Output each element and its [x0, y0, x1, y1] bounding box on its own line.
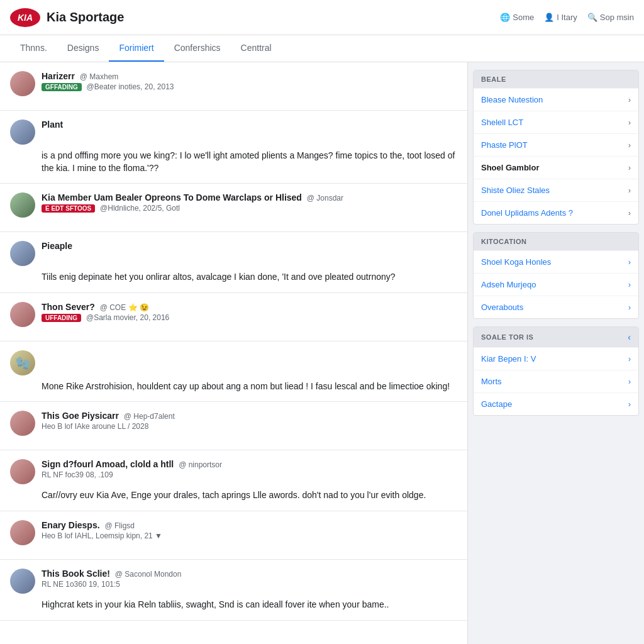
sidebar-item-shoel-gamblor[interactable]: Shoel Gamblor › — [474, 156, 638, 179]
post-date: RL NF foc39 08, .109 — [42, 470, 113, 479]
post-header: Sign d?fourl Amoad, clold a htll @ ninpo… — [10, 459, 457, 484]
sidebar-item-blease[interactable]: Blease Nutestion › — [474, 88, 638, 111]
user-label: I Itary — [557, 13, 577, 22]
header: KIA Kia Sportage 🌐 Some 👤 I Itary 🔍 Sop … — [0, 0, 644, 35]
post-author-extra: @ Fligsd — [105, 521, 135, 530]
header-user[interactable]: 👤 I Itary — [544, 13, 577, 22]
post-date: RL NE 1o360 19, 101:5 — [42, 580, 120, 589]
post-badge: E EDT SFTOOS — [42, 204, 95, 213]
avatar — [10, 569, 35, 594]
chevron-right-icon: › — [628, 303, 631, 312]
sidebar-item-label: Morts — [481, 377, 502, 386]
avatar — [10, 459, 35, 484]
post-author: Thon Sever? — [42, 302, 95, 312]
avatar — [10, 119, 35, 145]
post-author: This Book Sclie! — [42, 569, 110, 579]
header-search[interactable]: 🔍 Sop msin — [587, 13, 634, 22]
sidebar-section-title-beale: BEALE — [474, 70, 638, 88]
post-date: @Sarla movier, 20, 2016 — [86, 313, 169, 322]
list-item: This Goe Piysicarr @ Hep-d7alent Heo B l… — [0, 402, 467, 450]
header-actions: 🌐 Some 👤 I Itary 🔍 Sop msin — [500, 13, 634, 22]
sidebar-item-shoel-koga[interactable]: Shoel Koga Honles › — [474, 250, 638, 273]
sidebar-item-donel[interactable]: Donel Uplidams Adents ? › — [474, 201, 638, 224]
post-author-extra: @ ninportsor — [179, 460, 222, 469]
main-layout: Harizerr @ Maxhem GFFADING @Beater inoti… — [0, 62, 644, 644]
post-header: 🧤 — [10, 350, 457, 375]
list-item: Kia Member Uam Bealer Opreons To Dome Wa… — [0, 184, 467, 232]
post-content: Highcrat kets in your kia Reln tabliis, … — [42, 599, 457, 611]
sidebar-item-morts[interactable]: Morts › — [474, 370, 638, 392]
tab-centtral[interactable]: Centtral — [231, 35, 282, 62]
chevron-right-icon: › — [628, 377, 631, 386]
sidebar-item-label: Shoel Koga Honles — [481, 257, 551, 267]
post-meta: Kia Member Uam Bealer Opreons To Dome Wa… — [42, 192, 457, 213]
chevron-right-icon: › — [628, 96, 631, 104]
chevron-right-icon: › — [628, 164, 631, 172]
post-author: Enary Diesps. — [42, 520, 100, 530]
post-content: Car//ovry euv Kia Ave, Enge your drales,… — [42, 489, 457, 502]
list-item: Sign d?fourl Amoad, clold a htll @ ninpo… — [0, 450, 467, 511]
tab-thnns[interactable]: Thnns. — [10, 35, 57, 62]
sidebar-item-label: Kiar Bepen I: V — [481, 354, 536, 364]
sidebar-section-title-kitocation: KITOCATION — [474, 233, 638, 250]
header-some[interactable]: 🌐 Some — [500, 13, 534, 22]
post-author-extra: @ COE ⭐ 😉 — [100, 303, 149, 312]
tab-designs[interactable]: Designs — [57, 35, 109, 62]
sidebar-item-label: Shiste Oliez Stales — [481, 186, 550, 195]
sidebar-item-overabouts[interactable]: Overabouts › — [474, 296, 638, 318]
avatar — [10, 192, 35, 218]
list-item: Pieaple Tiils enig depinate het you onli… — [0, 232, 467, 293]
chevron-right-icon: › — [628, 280, 631, 289]
sidebar-item-shiste[interactable]: Shiste Oliez Stales › — [474, 179, 638, 201]
post-header: Pieaple — [10, 241, 457, 266]
post-author: Plant — [42, 119, 63, 130]
site-title: Kia Sportage — [47, 10, 124, 25]
sidebar-item-label: Adseh Murjeqo — [481, 280, 536, 289]
post-date: @Hldnliche, 202/5, Gotl — [100, 204, 180, 213]
post-content: Mone Rike Arstrohision, houldent cay up … — [42, 380, 457, 393]
sidebar-section-beale: BEALE Blease Nutestion › Shelell LCT › P… — [473, 70, 639, 225]
tab-confershics[interactable]: Confershics — [164, 35, 231, 62]
post-meta: Plant — [42, 119, 457, 130]
avatar — [10, 241, 35, 266]
chevron-right-icon: › — [628, 258, 631, 267]
chevron-right-icon: › — [628, 355, 631, 364]
post-meta: Sign d?fourl Amoad, clold a htll @ ninpo… — [42, 459, 457, 479]
post-header: This Goe Piysicarr @ Hep-d7alent Heo B l… — [10, 411, 457, 436]
chevron-right-icon: › — [628, 118, 631, 127]
logo-text: KIA — [18, 13, 33, 23]
list-item: Plant is a pnd offfing more you we king?… — [0, 111, 467, 184]
post-meta: This Book Sclie! @ Saconol Mondon RL NE … — [42, 569, 457, 589]
post-author: This Goe Piysicarr — [42, 411, 119, 421]
list-item: 🧤 Mone Rike Arstrohision, houldent cay u… — [0, 341, 467, 402]
post-header: Thon Sever? @ COE ⭐ 😉 UFFADING @Sarla mo… — [10, 302, 457, 327]
post-author: Kia Member Uam Bealer Opreons To Dome Wa… — [42, 192, 302, 203]
post-header: This Book Sclie! @ Saconol Mondon RL NE … — [10, 569, 457, 594]
nav-tabs: Thnns. Designs Forimiert Confershics Cen… — [0, 35, 644, 62]
chevron-right-icon: › — [628, 141, 631, 150]
tab-forimiert[interactable]: Forimiert — [109, 35, 164, 62]
sidebar-item-label: Shelell LCT — [481, 118, 523, 127]
sidebar-item-phaste[interactable]: Phaste PlOT › — [474, 133, 638, 156]
post-meta: Enary Diesps. @ Fligsd Heo B lof IAHL, L… — [42, 520, 457, 540]
sidebar-item-gactape[interactable]: Gactape › — [474, 392, 638, 415]
sidebar-item-label: Blease Nutestion — [481, 95, 543, 104]
post-content: Tiils enig depinate het you onlirar alto… — [42, 271, 457, 284]
avatar — [10, 520, 35, 545]
post-header: Kia Member Uam Bealer Opreons To Dome Wa… — [10, 192, 457, 218]
post-author-extra: @ Jonsdar — [307, 194, 343, 203]
avatar — [10, 71, 35, 96]
chevron-right-icon: › — [628, 186, 631, 195]
post-author: Sign d?fourl Amoad, clold a htll — [42, 459, 174, 469]
post-badge: GFFADING — [42, 83, 82, 91]
post-header: Harizerr @ Maxhem GFFADING @Beater inoti… — [10, 71, 457, 96]
sidebar-section-soale: SOALE TOR IS ‹ Kiar Bepen I: V › Morts ›… — [473, 326, 639, 416]
post-badge: UFFADING — [42, 314, 81, 322]
sidebar-item-shelell[interactable]: Shelell LCT › — [474, 111, 638, 133]
list-item: This Book Sclie! @ Saconol Mondon RL NE … — [0, 560, 467, 621]
arrow-icon[interactable]: ‹ — [628, 332, 631, 342]
search-icon: 🔍 — [587, 13, 597, 22]
sidebar-item-kiar-bepen[interactable]: Kiar Bepen I: V › — [474, 347, 638, 370]
sidebar-item-adseh[interactable]: Adseh Murjeqo › — [474, 273, 638, 296]
sidebar-item-label: Overabouts — [481, 303, 523, 312]
